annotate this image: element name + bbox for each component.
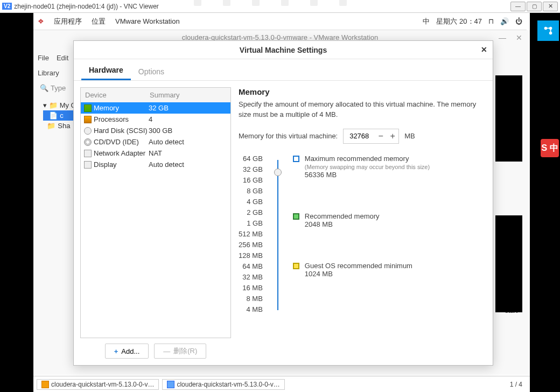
letterbox-left <box>0 13 33 392</box>
dialog-close-button[interactable]: ✕ <box>481 45 487 54</box>
display-icon <box>84 161 92 169</box>
network-icon[interactable]: ⊓ <box>488 17 494 25</box>
tree-item[interactable]: Sha <box>58 122 70 130</box>
memory-slider[interactable] <box>274 155 282 313</box>
file-menu[interactable]: File <box>38 54 49 62</box>
recommended-memory-marker: Recommended memory 2048 MB <box>293 212 430 228</box>
device-row-network[interactable]: Network Adapter NAT <box>81 148 230 159</box>
vmware-icon <box>41 381 49 388</box>
workspace-indicator[interactable]: 1 / 4 <box>510 381 527 388</box>
max-memory-marker: Maximum recommended memory (Memory swapp… <box>293 155 430 179</box>
windows-titlebar: V2 zhejin-node01 (zhejin-node01:4 (jd)) … <box>0 0 560 13</box>
minimize-button[interactable]: — <box>510 2 526 11</box>
obscured-region-2 <box>495 215 522 312</box>
marker-yellow-icon <box>293 263 299 269</box>
device-row-memory[interactable]: Memory 32 GB <box>81 102 230 114</box>
vmware-minimize[interactable]: — <box>499 33 506 42</box>
letterbox-right <box>530 13 560 392</box>
vmware-menubar: File Edit <box>38 54 68 62</box>
window-title: zhejin-node01 (zhejin-node01:4 (jd)) - V… <box>14 3 159 10</box>
memory-decrease-button[interactable]: − <box>375 129 387 143</box>
system-tray: 中 星期六 20：47 ⊓ 🔊 ⏻ <box>423 17 522 26</box>
device-row-display[interactable]: Display Auto detect <box>81 159 230 170</box>
ime-indicator[interactable]: 中 <box>423 17 430 26</box>
device-row-cddvd[interactable]: CD/DVD (IDE) Auto detect <box>81 136 230 148</box>
cd-icon <box>84 138 92 146</box>
power-icon[interactable]: ⏻ <box>515 17 522 25</box>
tab-options[interactable]: Options <box>131 63 172 80</box>
network-adapter-icon <box>84 150 92 157</box>
marker-blue-icon <box>293 156 299 162</box>
vnc-icon: V2 <box>2 3 12 10</box>
device-row-harddisk[interactable]: Hard Disk (SCSI) 300 GB <box>81 125 230 136</box>
library-tree: ▾ 📁My C 📄c 📁Sha <box>43 100 76 131</box>
taskbar-item-1[interactable]: cloudera-quickstart-vm-5.13.0-0-v… <box>37 379 159 390</box>
memory-icon <box>84 104 92 112</box>
minus-icon: — <box>163 347 170 355</box>
tree-item-selected[interactable]: c <box>60 111 64 120</box>
remote-panel-icon[interactable] <box>537 20 559 41</box>
cpu-icon <box>84 116 92 123</box>
memory-unit: MB <box>404 132 415 140</box>
window-icon <box>167 381 174 388</box>
vmware-close[interactable]: ✕ <box>516 33 522 42</box>
disk-icon <box>84 127 92 135</box>
close-button[interactable]: ✕ <box>543 2 558 11</box>
obscured-region <box>495 75 522 162</box>
apps-menu[interactable]: 应用程序 <box>54 17 82 26</box>
library-search[interactable]: 🔍 Type <box>40 84 66 92</box>
device-row-processors[interactable]: Processors 4 <box>81 114 230 125</box>
memory-heading: Memory <box>239 87 486 96</box>
volume-icon[interactable]: 🔊 <box>500 17 509 25</box>
gnome-taskbar: cloudera-quickstart-vm-5.13.0-0-v… cloud… <box>33 376 530 392</box>
marker-green-icon <box>293 213 299 220</box>
slider-track <box>277 160 278 310</box>
vmware-menu[interactable]: VMware Workstation <box>115 17 180 25</box>
sogou-ime-icon[interactable]: S 中 <box>541 139 559 157</box>
memory-increase-button[interactable]: + <box>387 129 398 143</box>
add-button[interactable]: +Add... <box>105 344 149 359</box>
memory-input[interactable] <box>344 132 375 140</box>
col-device: Device <box>85 91 150 99</box>
col-summary: Summary <box>150 91 180 99</box>
memory-stepper[interactable]: − + <box>343 129 399 144</box>
memory-ticks: 64 GB32 GB16 GB8 GB4 GB2 GB1 GB512 MB256… <box>239 155 263 313</box>
plus-icon: + <box>114 347 118 355</box>
taskbar-item-2[interactable]: cloudera-quickstart-vm-5.13.0-0-v… <box>162 379 284 390</box>
library-label: Library <box>38 69 59 77</box>
gnome-topbar: ❖ 应用程序 位置 VMware Workstation 中 星期六 20：47… <box>33 13 527 30</box>
minimum-memory-marker: Guest OS recommended minimum 1024 MB <box>293 262 430 278</box>
memory-field-label: Memory for this virtual machine: <box>239 132 338 140</box>
search-icon: 🔍 <box>40 84 48 92</box>
vm-settings-dialog: Virtual Machine Settings ✕ Hardware Opti… <box>73 40 493 366</box>
edit-menu[interactable]: Edit <box>57 54 68 62</box>
maximize-button[interactable]: ▢ <box>527 2 542 11</box>
dialog-title: Virtual Machine Settings <box>240 46 327 54</box>
places-menu[interactable]: 位置 <box>92 17 106 26</box>
slider-thumb[interactable] <box>274 169 282 176</box>
memory-description: Specify the amount of memory allocated t… <box>239 100 486 120</box>
apps-menu-icon: ❖ <box>38 17 44 25</box>
clock[interactable]: 星期六 20：47 <box>436 17 482 26</box>
device-table: Device Summary Memory 32 GB Processors 4… <box>80 87 231 338</box>
tab-hardware[interactable]: Hardware <box>81 61 131 80</box>
remove-button[interactable]: —删除(R) <box>154 344 206 359</box>
